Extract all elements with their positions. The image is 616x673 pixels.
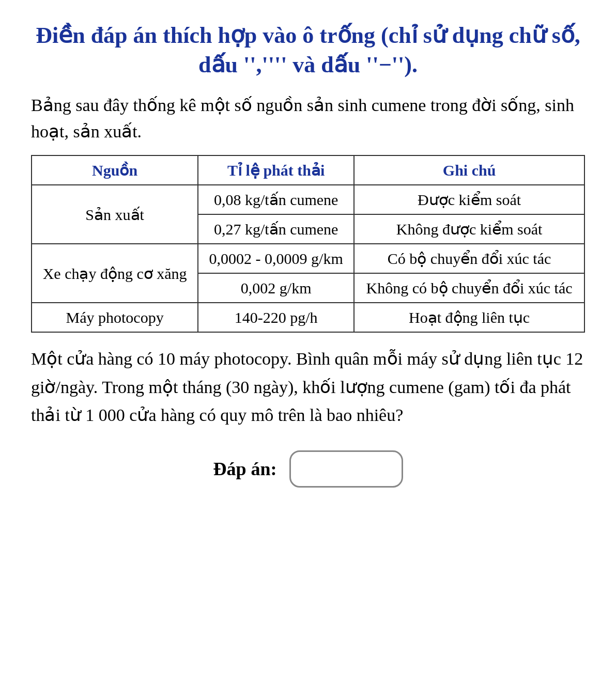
table-row: Máy photocopy 140-220 pg/h Hoạt động liê… xyxy=(32,303,584,332)
cell-nguon-1: Sản xuất xyxy=(32,185,198,244)
answer-section: Đáp án: xyxy=(31,450,585,488)
cell-tile-4: 0,002 g/km xyxy=(198,273,354,303)
cell-tile-5: 140-220 pg/h xyxy=(198,303,354,332)
heading: Điền đáp án thích hợp vào ô trống (chỉ s… xyxy=(31,21,585,80)
cell-ghi-1: Được kiểm soát xyxy=(354,185,584,214)
table-row: Sản xuất 0,08 kg/tấn cumene Được kiểm so… xyxy=(32,185,584,214)
cell-nguon-3: Xe chạy động cơ xăng xyxy=(32,244,198,303)
body-text: Một cửa hàng có 10 máy photocopy. Bình q… xyxy=(31,345,585,429)
col-header-nguon: Nguồn xyxy=(32,155,198,185)
data-table: Nguồn Tỉ lệ phát thải Ghi chú Sản xuất 0… xyxy=(31,155,585,333)
cell-nguon-5: Máy photocopy xyxy=(32,303,198,332)
table-row: Xe chạy động cơ xăng 0,0002 - 0,0009 g/k… xyxy=(32,244,584,273)
col-header-tile: Tỉ lệ phát thải xyxy=(198,155,354,185)
cell-tile-1: 0,08 kg/tấn cumene xyxy=(198,185,354,214)
cell-ghi-2: Không được kiểm soát xyxy=(354,214,584,244)
cell-tile-2: 0,27 kg/tấn cumene xyxy=(198,214,354,244)
col-header-ghichu: Ghi chú xyxy=(354,155,584,185)
answer-label: Đáp án: xyxy=(213,458,276,480)
cell-ghi-4: Không có bộ chuyển đổi xúc tác xyxy=(354,273,584,303)
answer-input[interactable] xyxy=(289,450,403,488)
cell-tile-3: 0,0002 - 0,0009 g/km xyxy=(198,244,354,273)
cell-ghi-5: Hoạt động liên tục xyxy=(354,303,584,332)
intro-text: Bảng sau đây thống kê một số nguồn sản s… xyxy=(31,92,585,145)
cell-ghi-3: Có bộ chuyển đổi xúc tác xyxy=(354,244,584,273)
